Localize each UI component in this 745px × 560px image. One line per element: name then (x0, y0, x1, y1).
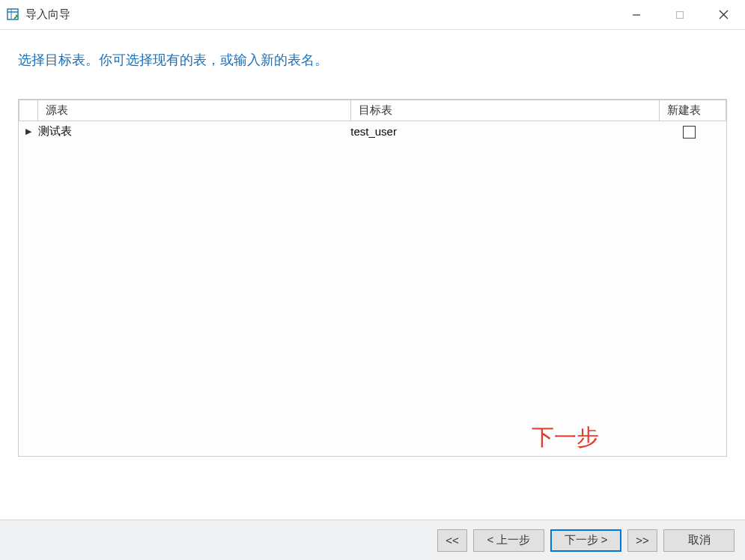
cancel-button[interactable]: 取消 (663, 529, 735, 552)
svg-rect-4 (677, 11, 684, 18)
last-button[interactable]: >> (627, 529, 657, 552)
app-icon (6, 7, 21, 22)
target-table-cell[interactable]: test_user (350, 121, 659, 142)
column-header-source[interactable]: 源表 (38, 100, 351, 121)
minimize-button[interactable] (615, 0, 658, 29)
first-button[interactable]: << (437, 529, 467, 552)
table-panel: 源表 目标表 新建表 ▶ 测试表 test_user 下一步 (18, 99, 727, 457)
next-button[interactable]: 下一步 > (550, 529, 621, 552)
svg-rect-0 (7, 9, 18, 19)
row-marker-header (19, 100, 38, 121)
titlebar: 导入向导 (0, 0, 745, 30)
newtable-cell[interactable] (659, 121, 726, 142)
column-header-target[interactable]: 目标表 (350, 100, 659, 121)
annotation-next-hint: 下一步 (532, 422, 599, 453)
instruction-text: 选择目标表。你可选择现有的表，或输入新的表名。 (0, 30, 745, 76)
mapping-table: 源表 目标表 新建表 ▶ 测试表 test_user (19, 100, 726, 141)
maximize-button (658, 0, 702, 29)
column-header-newtable[interactable]: 新建表 (659, 100, 726, 121)
footer-bar: << < 上一步 下一步 > >> 取消 (0, 520, 745, 560)
window-controls (615, 0, 745, 29)
row-indicator-icon: ▶ (19, 121, 38, 142)
newtable-checkbox[interactable] (683, 126, 696, 139)
prev-button[interactable]: < 上一步 (473, 529, 544, 552)
table-row[interactable]: ▶ 测试表 test_user (19, 121, 726, 142)
window-title: 导入向导 (25, 7, 70, 22)
close-button[interactable] (702, 0, 745, 29)
source-table-cell[interactable]: 测试表 (38, 121, 351, 142)
